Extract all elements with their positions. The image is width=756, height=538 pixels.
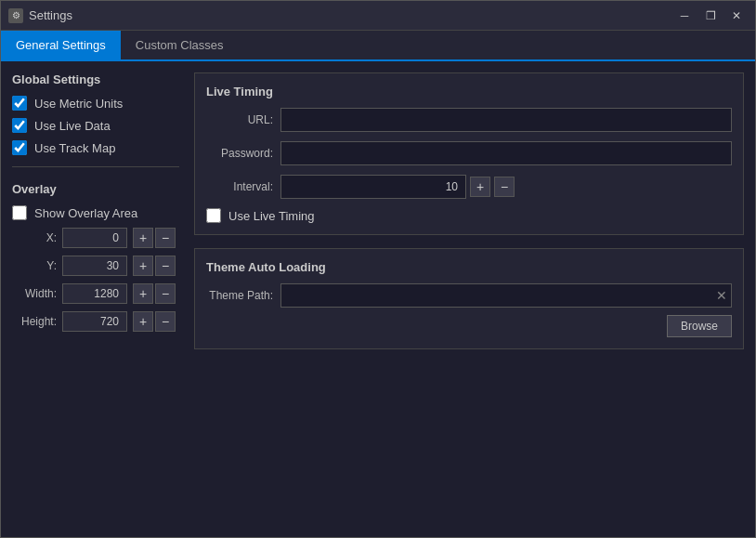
password-input[interactable] (280, 141, 732, 165)
theme-auto-loading-title: Theme Auto Loading (206, 260, 732, 274)
width-input[interactable] (62, 283, 127, 304)
width-field-row: Width: + − (12, 283, 179, 304)
overlay-title: Overlay (12, 182, 179, 196)
height-label: Height: (12, 315, 57, 328)
x-input[interactable] (62, 228, 127, 248)
close-button[interactable]: ✕ (725, 7, 748, 25)
use-live-data-label[interactable]: Use Live Data (34, 119, 111, 133)
x-steppers: + − (133, 228, 176, 248)
x-minus-button[interactable]: − (155, 228, 176, 248)
height-steppers: + − (133, 311, 176, 332)
window-controls: ─ ❒ ✕ (673, 7, 748, 25)
url-input[interactable] (280, 108, 732, 132)
use-live-data-checkbox[interactable] (12, 118, 27, 133)
show-overlay-checkbox[interactable] (12, 205, 27, 220)
height-field-row: Height: + − (12, 311, 179, 332)
interval-label: Interval: (206, 180, 273, 193)
password-row: Password: (206, 141, 732, 165)
interval-row: Interval: + − (206, 175, 732, 199)
height-input[interactable] (62, 311, 127, 332)
tab-bar: General Settings Custom Classes (1, 31, 755, 61)
main-content: Global Settings Use Metric Units Use Liv… (1, 61, 755, 537)
divider-1 (12, 166, 179, 167)
theme-input-wrapper: ✕ (280, 283, 732, 308)
use-metric-checkbox[interactable] (12, 96, 27, 111)
x-field-row: X: + − (12, 228, 179, 248)
interval-minus-button[interactable]: − (494, 177, 515, 197)
theme-path-clear-button[interactable]: ✕ (716, 288, 727, 303)
title-bar: ⚙ Settings ─ ❒ ✕ (1, 1, 755, 31)
width-plus-button[interactable]: + (133, 283, 153, 304)
width-minus-button[interactable]: − (155, 283, 176, 304)
interval-input[interactable] (280, 175, 466, 199)
browse-button[interactable]: Browse (667, 315, 732, 337)
x-plus-button[interactable]: + (133, 228, 153, 248)
y-label: Y: (12, 259, 57, 272)
password-label: Password: (206, 147, 273, 160)
use-track-map-label[interactable]: Use Track Map (34, 141, 115, 155)
theme-path-input[interactable] (285, 289, 716, 302)
use-track-map-checkbox[interactable] (12, 140, 27, 155)
maximize-button[interactable]: ❒ (699, 7, 722, 25)
window-title: Settings (29, 8, 673, 22)
interval-plus-button[interactable]: + (470, 177, 490, 197)
use-live-timing-label[interactable]: Use Live Timing (228, 209, 314, 223)
theme-path-row: Theme Path: ✕ (206, 283, 732, 308)
left-panel: Global Settings Use Metric Units Use Liv… (12, 72, 179, 526)
use-live-timing-checkbox[interactable] (206, 208, 221, 223)
use-track-map-row: Use Track Map (12, 140, 179, 155)
settings-window: ⚙ Settings ─ ❒ ✕ General Settings Custom… (0, 0, 756, 538)
tab-general-settings[interactable]: General Settings (1, 31, 121, 59)
global-settings-title: Global Settings (12, 72, 179, 86)
live-timing-section: Live Timing URL: Password: Interval: (194, 72, 744, 235)
y-plus-button[interactable]: + (133, 256, 153, 276)
url-label: URL: (206, 113, 273, 126)
use-metric-label[interactable]: Use Metric Units (34, 97, 123, 111)
show-overlay-label[interactable]: Show Overlay Area (34, 206, 137, 220)
minimize-button[interactable]: ─ (673, 7, 696, 25)
use-live-timing-row: Use Live Timing (206, 208, 732, 223)
width-label: Width: (12, 287, 57, 300)
url-row: URL: (206, 108, 732, 132)
overlay-section: Overlay Show Overlay Area X: + − Y: (12, 182, 179, 332)
show-overlay-row: Show Overlay Area (12, 205, 179, 220)
theme-auto-loading-section: Theme Auto Loading Theme Path: ✕ Browse (194, 248, 744, 349)
width-steppers: + − (133, 283, 176, 304)
y-minus-button[interactable]: − (155, 256, 176, 276)
live-timing-title: Live Timing (206, 85, 732, 98)
height-minus-button[interactable]: − (155, 311, 176, 332)
use-metric-row: Use Metric Units (12, 96, 179, 111)
x-label: X: (12, 231, 57, 244)
theme-path-label: Theme Path: (206, 289, 273, 302)
global-settings-section: Global Settings Use Metric Units Use Liv… (12, 72, 179, 155)
tab-custom-classes[interactable]: Custom Classes (121, 31, 239, 59)
y-steppers: + − (133, 256, 176, 276)
height-plus-button[interactable]: + (133, 311, 153, 332)
y-field-row: Y: + − (12, 256, 179, 276)
interval-controls: + − (280, 175, 515, 199)
window-icon: ⚙ (8, 8, 23, 23)
right-panel: Live Timing URL: Password: Interval: (194, 72, 744, 526)
use-live-data-row: Use Live Data (12, 118, 179, 133)
y-input[interactable] (62, 256, 127, 276)
